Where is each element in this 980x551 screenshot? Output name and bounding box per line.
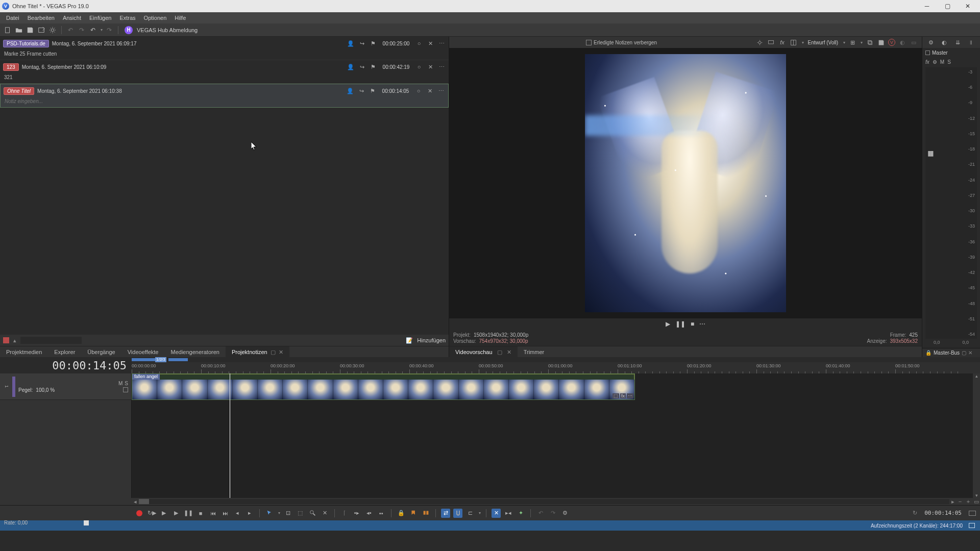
video-clip[interactable]: fallen angel ⬚ fx ⋯ bbox=[132, 373, 635, 400]
quality-dropdown-icon[interactable]: ▾ bbox=[843, 40, 845, 45]
trim-start-icon[interactable]: ⌈ bbox=[340, 509, 349, 518]
copy-snapshot-icon[interactable] bbox=[866, 38, 874, 46]
marker-icon[interactable] bbox=[409, 509, 418, 518]
pause-icon[interactable]: ❚❚ bbox=[184, 509, 193, 518]
timeline-ruler[interactable]: 00:00:00:0000:00:10:0000:00:20:0000:00:3… bbox=[132, 362, 980, 373]
note-user-icon[interactable]: 👤 bbox=[347, 64, 355, 70]
preview-settings-icon[interactable] bbox=[756, 38, 764, 46]
zoom-out-icon[interactable]: − bbox=[957, 498, 964, 505]
overlay-dropdown-icon[interactable]: ▾ bbox=[861, 40, 863, 45]
play-icon[interactable]: ▶ bbox=[172, 509, 181, 518]
rate-scrub-handle[interactable] bbox=[84, 520, 89, 525]
tab-mediengeneratoren[interactable]: Mediengeneratoren bbox=[165, 346, 226, 358]
maximize-button[interactable]: ▢ bbox=[937, 0, 958, 12]
region-marker[interactable] bbox=[168, 358, 188, 361]
tab-trimmer[interactable]: Trimmer bbox=[518, 346, 551, 358]
delete-icon[interactable]: ✕ bbox=[320, 509, 329, 518]
track-pegel-value[interactable]: 100,0 % bbox=[36, 387, 55, 393]
master-insert-icon[interactable] bbox=[925, 51, 930, 55]
undo-dropdown-icon[interactable]: ▾ bbox=[101, 28, 103, 32]
adjust2-icon[interactable]: ▭ bbox=[910, 38, 918, 46]
menu-ansicht[interactable]: Ansicht bbox=[59, 12, 85, 23]
zoom-tool-icon[interactable] bbox=[308, 509, 317, 518]
timeline-vscroll[interactable]: ▴ ▾ bbox=[973, 373, 980, 498]
tab-übergänge[interactable]: Übergänge bbox=[81, 346, 121, 358]
hub-icon[interactable]: H bbox=[125, 26, 133, 34]
render-icon[interactable] bbox=[37, 26, 46, 35]
go-start-icon[interactable]: ⏮ bbox=[208, 509, 217, 518]
add-note-button[interactable]: Hinzufügen bbox=[417, 337, 446, 343]
master-settings-icon[interactable]: ⚙ bbox=[927, 38, 935, 46]
normal-edit-tool-icon[interactable] bbox=[265, 509, 274, 518]
timeline-hscroll[interactable]: ◂ ▸ − + ▭ bbox=[0, 498, 980, 505]
split-icon[interactable]: ◂▪ bbox=[364, 509, 374, 518]
region-bar[interactable]: 1/2/3 bbox=[132, 357, 980, 362]
tab-close-icon[interactable]: ✕ bbox=[279, 349, 283, 355]
menu-optionen[interactable]: Optionen bbox=[140, 12, 171, 23]
menu-hilfe[interactable]: Hilfe bbox=[170, 12, 190, 23]
more-icon[interactable]: ⋯ bbox=[699, 320, 705, 328]
track-area[interactable]: fallen angel ⬚ fx ⋯ bbox=[132, 373, 973, 498]
tab-close-icon[interactable]: ✕ bbox=[507, 349, 511, 355]
master-downmix-icon[interactable]: ⇊ bbox=[954, 38, 962, 46]
tab-projektnotizen[interactable]: Projektnotizen▢✕ bbox=[226, 346, 289, 358]
play-icon[interactable]: ▶ bbox=[666, 320, 670, 328]
tool-dropdown-icon[interactable]: ▾ bbox=[278, 511, 280, 515]
next-frame-icon[interactable]: ▸ bbox=[245, 509, 254, 518]
event-fx-icon[interactable]: ⚙ bbox=[560, 509, 570, 518]
note-user-icon[interactable]: 👤 bbox=[347, 40, 355, 47]
split-dropdown-icon[interactable]: ▾ bbox=[802, 40, 804, 45]
note-more-icon[interactable]: ⋯ bbox=[437, 64, 446, 70]
note-body[interactable]: Notiz eingeben... bbox=[1, 97, 448, 107]
track-mute-button[interactable]: M bbox=[118, 381, 122, 386]
zoom-in-icon[interactable]: + bbox=[965, 498, 972, 505]
note-goto-icon[interactable]: ↪ bbox=[358, 64, 366, 70]
note-timecode[interactable]: 00:00:42:19 bbox=[380, 64, 412, 70]
trim-end-icon[interactable]: ▪▸ bbox=[352, 509, 361, 518]
video-fx-icon[interactable]: fx bbox=[778, 38, 787, 46]
note-title-input[interactable] bbox=[20, 337, 82, 344]
hide-done-checkbox[interactable]: Erledigte Notizen verbergen bbox=[453, 40, 657, 45]
master-bus-tab[interactable]: 🔒 Master-Bus ▢ ✕ bbox=[922, 348, 980, 357]
clip-fx-icon[interactable]: fx bbox=[620, 393, 626, 398]
note-flag-icon[interactable]: ⚑ bbox=[369, 88, 377, 94]
note-item[interactable]: Ohne Titel Montag, 6. September 2021 06:… bbox=[0, 84, 449, 108]
note-flag-icon[interactable]: ⚑ bbox=[369, 40, 377, 47]
external-monitor-icon[interactable] bbox=[767, 38, 775, 46]
note-body[interactable]: 321 bbox=[0, 73, 449, 83]
playhead[interactable] bbox=[230, 373, 230, 498]
go-end-icon[interactable]: ⏭ bbox=[220, 509, 230, 518]
open-icon[interactable] bbox=[14, 26, 23, 35]
note-delete-icon[interactable]: ✕ bbox=[426, 88, 434, 94]
master-fx-button[interactable]: fx bbox=[925, 59, 929, 65]
tab-explorer[interactable]: Explorer bbox=[48, 346, 81, 358]
master-sliders-icon[interactable]: ⫴ bbox=[967, 38, 975, 46]
preview-quality-dropdown[interactable]: Entwurf (Voll) bbox=[807, 40, 839, 45]
adjust-icon[interactable]: ◐ bbox=[898, 38, 906, 46]
add-note-icon[interactable]: 📝 bbox=[406, 337, 413, 344]
tab-projektmedien[interactable]: Projektmedien bbox=[0, 346, 48, 358]
scroll-right-icon[interactable]: ▸ bbox=[949, 498, 957, 505]
video-preview-viewport[interactable] bbox=[449, 48, 922, 318]
menu-datei[interactable]: Datei bbox=[2, 12, 23, 23]
redo-tl-icon[interactable]: ↷ bbox=[548, 509, 557, 518]
save-icon[interactable] bbox=[26, 26, 35, 35]
timecode-box-icon[interactable] bbox=[969, 511, 976, 516]
note-delete-icon[interactable]: ✕ bbox=[426, 64, 434, 70]
note-color-swatch[interactable] bbox=[3, 337, 9, 343]
snap-icon[interactable] bbox=[453, 509, 462, 518]
undo-history-icon[interactable]: ↶ bbox=[88, 26, 97, 35]
track-automation-icon[interactable] bbox=[123, 387, 128, 392]
note-more-icon[interactable]: ⋯ bbox=[437, 40, 446, 47]
note-item[interactable]: 123 Montag, 6. September 2021 06:10:09 👤… bbox=[0, 60, 449, 84]
note-timecode[interactable]: 00:00:14:05 bbox=[380, 88, 411, 94]
play-from-start-icon[interactable]: ▶ bbox=[159, 509, 168, 518]
note-goto-icon[interactable]: ↪ bbox=[357, 88, 365, 94]
record-indicator-icon[interactable]: V bbox=[888, 39, 895, 46]
master-solo-button[interactable]: S bbox=[947, 59, 951, 65]
note-flag-icon[interactable]: ⚑ bbox=[369, 64, 377, 70]
note-more-icon[interactable]: ⋯ bbox=[437, 88, 445, 94]
timeline-timecode[interactable]: 00:00:14:05 bbox=[52, 359, 127, 372]
menu-bearbeiten[interactable]: Bearbeiten bbox=[23, 12, 59, 23]
undo-icon[interactable]: ↶ bbox=[66, 26, 75, 35]
